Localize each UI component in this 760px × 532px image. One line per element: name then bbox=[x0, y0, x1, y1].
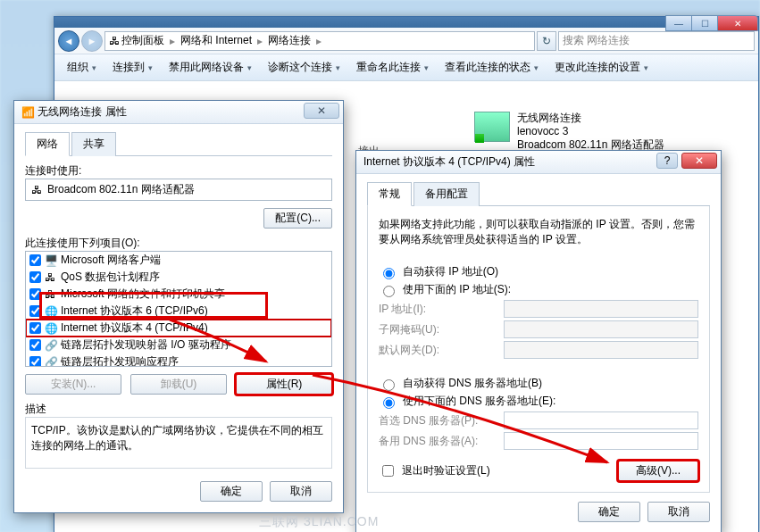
network-name: 无线网络连接 bbox=[517, 112, 664, 125]
dns2-label: 备用 DNS 服务器(A): bbox=[379, 434, 504, 449]
tool-disable[interactable]: 禁用此网络设备 bbox=[163, 56, 257, 79]
label-auto-dns: 自动获得 DNS 服务器地址(B) bbox=[403, 376, 542, 391]
crumb[interactable]: 网络和 Internet bbox=[180, 33, 252, 48]
tool-connect[interactable]: 连接到 bbox=[107, 56, 158, 79]
dialog-titlebar: Internet 协议版本 4 (TCP/IPv4) 属性 ? ✕ bbox=[356, 151, 721, 174]
uninstall-button[interactable]: 卸载(U) bbox=[130, 374, 227, 395]
cancel-button[interactable]: 取消 bbox=[270, 481, 332, 502]
item-checkbox[interactable] bbox=[29, 271, 41, 283]
back-button[interactable]: ◄ bbox=[58, 30, 79, 52]
ip-label: IP 地址(I): bbox=[379, 302, 504, 317]
forward-button[interactable]: ► bbox=[81, 30, 103, 52]
explorer-titlebar: — ☐ ✕ bbox=[54, 17, 758, 28]
tool-rename[interactable]: 重命名此连接 bbox=[351, 56, 434, 79]
close-button[interactable]: ✕ bbox=[717, 15, 758, 31]
items-listbox[interactable]: 🖥️Microsoft 网络客户端 🖧QoS 数据包计划程序 🖧Microsof… bbox=[25, 251, 332, 367]
label-manual-ip: 使用下面的 IP 地址(S): bbox=[403, 282, 511, 297]
ok-button[interactable]: 确定 bbox=[578, 502, 640, 522]
radio-auto-ip[interactable] bbox=[383, 268, 395, 279]
dialog-titlebar: 📶 无线网络连接 属性 ✕ bbox=[14, 101, 343, 124]
advanced-button[interactable]: 高级(V)... bbox=[618, 461, 698, 481]
exit-validate-checkbox[interactable] bbox=[382, 465, 394, 477]
dialog-title: Internet 协议版本 4 (TCP/IPv4) 属性 bbox=[363, 154, 535, 170]
network-text: 无线网络连接 lenovocc 3 Broadcom 802.11n 网络适配器 bbox=[517, 112, 664, 152]
install-button[interactable]: 安装(N)... bbox=[25, 374, 121, 395]
close-button[interactable]: ✕ bbox=[304, 103, 339, 119]
item-checkbox[interactable] bbox=[29, 339, 41, 351]
crumb[interactable]: 控制面板 bbox=[121, 33, 164, 48]
tool-organize[interactable]: 组织 bbox=[62, 56, 102, 79]
list-item[interactable]: 🌐Internet 协议版本 6 (TCP/IPv6) bbox=[26, 303, 331, 320]
network-icon bbox=[474, 112, 510, 142]
radio-manual-ip[interactable] bbox=[383, 286, 395, 297]
exit-validate-label: 退出时验证设置(L) bbox=[402, 463, 490, 478]
properties-button[interactable]: 属性(R) bbox=[236, 374, 332, 395]
watermark: 三联网 3LIAN.COM bbox=[259, 514, 379, 530]
gw-field bbox=[504, 341, 698, 359]
configure-button[interactable]: 配置(C)... bbox=[263, 208, 332, 229]
ok-button[interactable]: 确定 bbox=[200, 481, 263, 502]
item-checkbox[interactable] bbox=[29, 322, 41, 334]
dns1-field[interactable] bbox=[504, 411, 698, 429]
adapter-name: Broadcom 802.11n 网络适配器 bbox=[47, 182, 195, 197]
desc-text: TCP/IP。该协议是默认的广域网络协议，它提供在不同的相互连接的网络上的通讯。 bbox=[25, 417, 332, 469]
qos-icon: 🖧 bbox=[45, 271, 57, 284]
crumb[interactable]: 网络连接 bbox=[268, 33, 311, 48]
list-item[interactable]: 🔗链路层拓扑发现映射器 I/O 驱动程序 bbox=[26, 337, 331, 353]
list-item[interactable]: 🖧Microsoft 网络的文件和打印机共享 bbox=[26, 286, 331, 303]
tab-sharing[interactable]: 共享 bbox=[71, 132, 116, 156]
ip-field bbox=[504, 300, 698, 318]
address-bar-row: ◄ ► 🖧 控制面板 网络和 Internet 网络连接 ↻ 搜索 网络连接 bbox=[54, 28, 758, 54]
adapter-icon: 🖧 bbox=[31, 184, 42, 196]
cancel-button[interactable]: 取消 bbox=[647, 502, 710, 522]
dialog-title: 无线网络连接 属性 bbox=[38, 104, 126, 120]
maximize-button[interactable]: ☐ bbox=[691, 15, 718, 31]
item-checkbox[interactable] bbox=[29, 356, 41, 367]
search-input[interactable]: 搜索 网络连接 bbox=[558, 31, 755, 51]
adapter-name-box: 🖧 Broadcom 802.11n 网络适配器 bbox=[25, 179, 332, 201]
tool-status[interactable]: 查看此连接的状态 bbox=[439, 56, 544, 79]
minimize-button[interactable]: — bbox=[665, 15, 692, 31]
radio-manual-dns[interactable] bbox=[383, 397, 395, 409]
tabset: 网络 共享 bbox=[25, 131, 332, 156]
tab-network[interactable]: 网络 bbox=[25, 132, 70, 156]
network-item[interactable]: 无线网络连接 lenovocc 3 Broadcom 802.11n 网络适配器 bbox=[474, 112, 664, 152]
connect-using-label: 连接时使用: bbox=[25, 163, 332, 179]
tool-settings[interactable]: 更改此连接的设置 bbox=[549, 56, 654, 79]
tool-diagnose[interactable]: 诊断这个连接 bbox=[263, 56, 346, 79]
protocol-icon: 🌐 bbox=[45, 305, 57, 318]
items-label: 此连接使用下列项目(O): bbox=[25, 236, 332, 251]
close-button[interactable]: ✕ bbox=[681, 153, 717, 169]
mask-label: 子网掩码(U): bbox=[379, 322, 504, 337]
item-checkbox[interactable] bbox=[29, 254, 41, 266]
refresh-button[interactable]: ↻ bbox=[537, 31, 556, 51]
tab-alternate[interactable]: 备用配置 bbox=[413, 182, 480, 206]
adapter-dialog: 📶 无线网络连接 属性 ✕ 网络 共享 连接时使用: 🖧 Broadcom 80… bbox=[13, 100, 344, 513]
label-manual-dns: 使用下面的 DNS 服务器地址(E): bbox=[403, 394, 555, 409]
radio-auto-dns[interactable] bbox=[383, 379, 395, 391]
ipv4-dialog: Internet 协议版本 4 (TCP/IPv4) 属性 ? ✕ 常规 备用配… bbox=[355, 150, 722, 532]
dns1-label: 首选 DNS 服务器(P): bbox=[379, 413, 504, 428]
gw-label: 默认网关(D): bbox=[379, 343, 504, 358]
item-checkbox[interactable] bbox=[29, 305, 41, 317]
network-ssid: lenovocc 3 bbox=[517, 125, 664, 138]
wireless-icon: 📶 bbox=[21, 106, 35, 119]
tab-general[interactable]: 常规 bbox=[367, 182, 412, 206]
share-icon: 🖧 bbox=[45, 288, 57, 301]
search-placeholder: 搜索 网络连接 bbox=[563, 33, 630, 48]
list-item[interactable]: 🖥️Microsoft 网络客户端 bbox=[26, 252, 331, 269]
item-checkbox[interactable] bbox=[29, 288, 41, 300]
list-item[interactable]: 🖧QoS 数据包计划程序 bbox=[26, 269, 331, 286]
intro-text: 如果网络支持此功能，则可以获取自动指派的 IP 设置。否则，您需要从网络系统管理… bbox=[379, 217, 698, 247]
dns2-field[interactable] bbox=[504, 432, 698, 450]
label-auto-ip: 自动获得 IP 地址(O) bbox=[403, 264, 498, 279]
list-item[interactable]: 🔗链路层拓扑发现响应程序 bbox=[26, 353, 331, 367]
lltd-icon: 🔗 bbox=[45, 356, 57, 368]
list-item-ipv4[interactable]: 🌐Internet 协议版本 4 (TCP/IPv4) bbox=[26, 320, 331, 337]
lltd-icon: 🔗 bbox=[45, 339, 57, 352]
client-icon: 🖥️ bbox=[45, 254, 57, 267]
mask-field bbox=[504, 320, 698, 338]
breadcrumb[interactable]: 🖧 控制面板 网络和 Internet 网络连接 bbox=[104, 31, 535, 51]
help-button[interactable]: ? bbox=[656, 153, 678, 169]
tabset: 常规 备用配置 bbox=[367, 181, 710, 206]
